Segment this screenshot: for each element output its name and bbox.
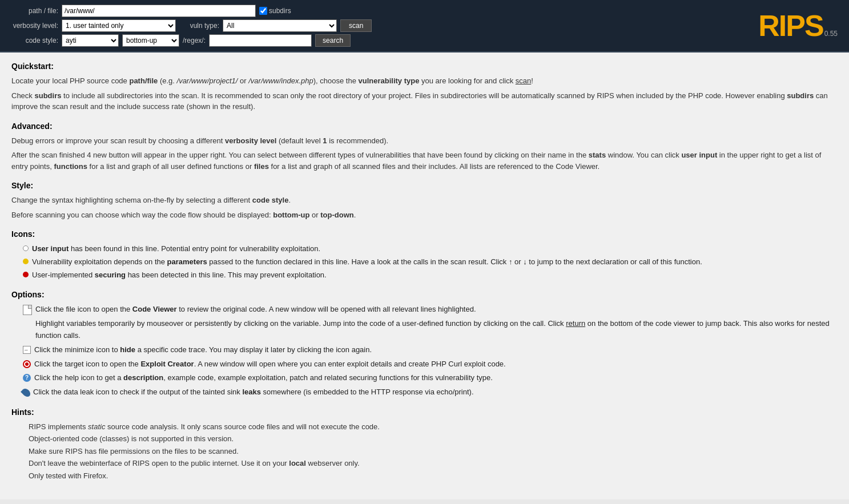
advanced-heading: Advanced: — [11, 122, 838, 131]
logo-text: RIPS — [758, 11, 823, 41]
quickstart-heading: Quickstart: — [11, 62, 838, 71]
style-heading: Style: — [11, 181, 838, 190]
header: path / file: subdirs verbosity level: 1.… — [0, 0, 849, 51]
hints-heading: Hints: — [11, 408, 838, 417]
hint-4: Don't leave the webinterface of RIPS ope… — [29, 458, 838, 469]
file-icon — [23, 305, 32, 315]
white-bullet-icon — [23, 245, 29, 251]
quickstart-p1: Locate your local PHP source code path/f… — [11, 75, 838, 87]
icon-list-item-1: User input has been found in this line. … — [23, 243, 838, 255]
logo-version: 0.55 — [824, 30, 838, 38]
hint-5: Only tested with Firefox. — [29, 470, 838, 482]
path-label: path / file: — [7, 7, 58, 15]
code-style-label: code style: — [7, 37, 58, 45]
minimize-icon — [23, 346, 31, 354]
target-icon — [23, 360, 31, 368]
hint-1: RIPS implements static source code analy… — [29, 421, 838, 433]
icon-list-item-3: User-implemented securing has been detec… — [23, 269, 838, 281]
code-flow-select[interactable]: bottom-up top-down — [122, 34, 179, 47]
options-item-4: Click the target icon to open the Exploi… — [23, 358, 838, 370]
icons-list: User input has been found in this line. … — [23, 243, 838, 281]
red-bullet-icon — [23, 272, 29, 277]
style-p1: Change the syntax highlighting schema on… — [11, 195, 838, 206]
options-item-6: Click the data leak icon to check if the… — [23, 386, 838, 398]
subdirs-label[interactable]: subdirs — [259, 7, 291, 15]
options-item-2: Highlight variables temporarily by mouse… — [23, 318, 838, 342]
options-heading: Options: — [11, 290, 838, 299]
style-p2: Before scanning you can choose which way… — [11, 209, 838, 221]
hints-list: RIPS implements static source code analy… — [29, 421, 838, 482]
help-icon: ? — [23, 374, 31, 382]
quickstart-p2: Check subdirs to include all subdirector… — [11, 90, 838, 112]
vuln-label: vuln type: — [179, 22, 219, 30]
hint-3: Make sure RIPS has file permissions on t… — [29, 446, 838, 457]
yellow-bullet-icon — [23, 259, 29, 264]
code-style-select[interactable]: ayti vs default — [62, 34, 119, 47]
icon-list-item-2: Vulnerability exploitation depends on th… — [23, 256, 838, 268]
scan-button[interactable]: scan — [340, 19, 372, 32]
subdirs-checkbox[interactable] — [259, 7, 267, 15]
advanced-p2: After the scan finished 4 new button wil… — [11, 150, 838, 172]
options-item-5: ? Click the help icon to get a descripti… — [23, 372, 838, 384]
icons-heading: Icons: — [11, 229, 838, 239]
search-button[interactable]: search — [315, 34, 351, 47]
dataleak-icon — [21, 387, 32, 398]
options-item-3: Click the minimize icon to hide a specif… — [23, 344, 838, 356]
regex-label: /regex/: — [183, 37, 206, 45]
options-list: Click the file icon to open the Code Vie… — [23, 304, 838, 398]
path-input[interactable] — [62, 5, 256, 17]
vuln-select[interactable]: All XSS SQL Injection File Inclusion RCE — [223, 19, 337, 32]
options-item-1: Click the file icon to open the Code Vie… — [23, 304, 838, 316]
verbosity-select[interactable]: 1. user tainted only 2. all tainted 3. d… — [62, 19, 176, 32]
logo: RIPS 0.55 — [758, 11, 838, 41]
content: Quickstart: Locate your local PHP source… — [0, 53, 849, 499]
regex-input[interactable] — [209, 34, 312, 47]
advanced-p1: Debug errors or improve your scan result… — [11, 135, 838, 147]
hint-2: Object-oriented code (classes) is not su… — [29, 433, 838, 445]
verbosity-label: verbosity level: — [7, 22, 58, 30]
